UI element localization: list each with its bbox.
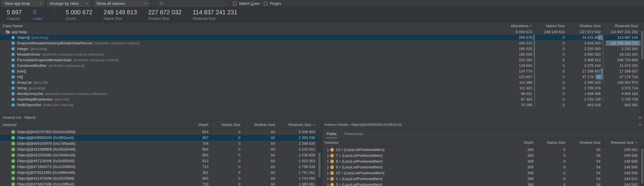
shallow-size-cell: 1 783 376	[567, 85, 603, 91]
expand-chevron-icon[interactable]: ❯	[327, 177, 330, 180]
class-row[interactable]: C ParcelableSnapshotMutableState (androi…	[0, 57, 644, 63]
class-name-cell: C Integer (java.lang)	[0, 46, 503, 52]
heap-scope-dropdown[interactable]: View app heap ▼	[2, 1, 44, 7]
column-native-size[interactable]: Native Size	[211, 120, 243, 129]
instance-row[interactable]: I Object[]@421472696 (0x191f29b8) 863 0 …	[0, 175, 321, 181]
class-icon: C	[11, 47, 15, 51]
match-case-checkbox[interactable]: Match Case	[233, 1, 260, 6]
heap-root-row[interactable]: app heap 5 000 672 248 149 813 227 872 0…	[0, 29, 644, 35]
field-name-cell: ❯ f 10 = {LazyListPositionedItem}	[322, 170, 492, 176]
instance-row[interactable]: I Object[]@422388808 (0x192d2448) 864 0 …	[0, 146, 321, 152]
column-instance[interactable]: Instance	[0, 120, 188, 129]
tab-fields[interactable]: Fields	[326, 132, 337, 138]
shallow-size-cell: 842 016	[567, 102, 603, 108]
column-divider	[536, 138, 536, 186]
column-shallow-size[interactable]: Shallow Size	[568, 138, 603, 147]
class-row[interactable]: C String (java.lang) 111 461 0 1 783 376…	[0, 85, 644, 91]
shallow-size-cell: 54	[568, 164, 603, 170]
tab-references[interactable]: References	[344, 132, 364, 138]
field-row[interactable]: ❯ f 7 = {LazyListPositionedItem} 358 0 5…	[322, 153, 644, 158]
column-native-size[interactable]: Native Size	[536, 138, 568, 147]
field-row[interactable]: ❯ f 13 = {LazyListPositionedItem} 358 0 …	[322, 147, 644, 153]
instance-row[interactable]: I Object[]@475657696 (0x1c59f5e0) 716 0 …	[0, 181, 321, 186]
allocations-cell: 200 210	[503, 40, 535, 46]
field-row[interactable]: ❯ f 9 = {LazyListPositionedItem} 358 0 5…	[322, 164, 644, 170]
class-table-scrollbar[interactable]	[640, 29, 644, 115]
depth-cell: 361	[188, 170, 211, 175]
close-icon[interactable]: ✕	[639, 123, 641, 126]
field-row[interactable]: ❯ f 1 = {LazyListPositionedItem} 358 0 5…	[322, 176, 644, 182]
column-shallow-size[interactable]: Shallow Size	[243, 120, 278, 129]
class-row[interactable]: C HashMap$KeyIterator (java.util) 87 304…	[0, 96, 644, 102]
fields-table-scrollbar[interactable]	[640, 147, 644, 186]
expand-chevron-icon[interactable]: ❯	[327, 160, 330, 163]
instance-row[interactable]: I Object[]@457126496 (0x1b3f3260) 812 0 …	[0, 158, 321, 164]
class-row[interactable]: C SnapshotMutableStateImpl$StateStateRec…	[0, 40, 644, 46]
expand-chevron-icon[interactable]: ❯	[327, 183, 330, 186]
package-name: (androidx.compose.runtime)	[94, 41, 140, 45]
class-row[interactable]: C Ref$ObjectRef (kotlin.jvm.internal) 70…	[0, 102, 644, 108]
chevron-down-icon: ▼	[39, 2, 42, 5]
search-input[interactable]	[166, 1, 224, 6]
class-row[interactable]: C MutableVector (androidx.compose.runtim…	[0, 52, 644, 57]
native-size-cell: 0	[536, 176, 568, 182]
depth-cell: 863	[188, 175, 211, 181]
column-class-name[interactable]: Class Name	[0, 23, 503, 29]
search-icon	[160, 2, 163, 5]
stat-leaks[interactable]: 0Leaks	[33, 9, 43, 21]
field-row[interactable]: ❯ f 3 = {LazyListPositionedItem} 358 0 5…	[322, 182, 644, 186]
retained-size-cell: 9 695 163	[603, 91, 640, 96]
class-row[interactable]: C Object[] (java.lang) 288 678 0 34 231 …	[0, 35, 644, 40]
stat-native-size: 248 149 813Native Size	[104, 9, 137, 21]
class-icon: C	[11, 58, 15, 62]
field-row[interactable]: ❯ f 10 = {LazyListPositionedItem} 358 0 …	[322, 170, 644, 176]
instance-row[interactable]: I Object[]@471894272 (0x1c208900) 710 0 …	[0, 164, 321, 170]
class-icon: C	[11, 41, 15, 45]
instance-row[interactable]: I Object[]@528555200 (0x1f811cc0) 357 0 …	[0, 135, 321, 141]
instance-name-cell: I Object[]@528555200 (0x1f811cc0)	[0, 135, 188, 141]
expand-chevron-icon[interactable]: ❯	[327, 165, 330, 169]
retained-size-cell: 11 472 255	[603, 63, 640, 68]
scrollbar-thumb[interactable]	[641, 31, 644, 60]
instance-row[interactable]: I Object[]@420747352 (0x19141858) 814 0 …	[0, 129, 321, 135]
column-retained-size[interactable]: Retained Size	[603, 23, 640, 29]
class-row[interactable]: C IdentityArraySet (androidx.compose.run…	[0, 91, 644, 96]
class-row[interactable]: C ArrayList (java.util) 114 266 0 2 285 …	[0, 80, 644, 85]
scrollbar-thumb[interactable]	[641, 148, 644, 184]
column-retained-size[interactable]: Retained Size▼	[603, 138, 640, 147]
column-allocations[interactable]: Allocations▼	[503, 23, 535, 29]
native-size-cell: 0	[535, 40, 567, 46]
depth-cell: 358	[492, 147, 536, 153]
class-row[interactable]: C CombinedModifier (androidx.compose.ui)…	[0, 63, 644, 68]
field-row[interactable]: ❯ f 8 = {LazyListPositionedItem} 358 0 5…	[322, 158, 644, 164]
scrollbar-thumb[interactable]	[318, 152, 321, 178]
column-depth[interactable]: Depth	[492, 138, 536, 147]
depth-cell: 814	[188, 129, 211, 135]
instance-row[interactable]: I Object[]@400140976 (0x17d9aab0) 704 0 …	[0, 141, 321, 146]
column-native-size[interactable]: Native Size	[535, 23, 567, 29]
column-instance[interactable]: Instance	[322, 138, 492, 147]
expand-chevron-icon[interactable]: ❯	[327, 148, 330, 151]
native-size-cell: 0	[535, 74, 567, 80]
instance-row[interactable]: I Object[]@378211992 (0x168b0e98) 361 0 …	[0, 170, 321, 175]
close-icon[interactable]: ✕	[639, 116, 641, 120]
instance-row[interactable]: I Object[]@423320680 (0x193b5c68) 865 0 …	[0, 152, 321, 158]
class-filter-dropdown[interactable]: Show all classes ▼	[94, 1, 149, 7]
expand-chevron-icon[interactable]: ❯	[327, 171, 330, 175]
class-row[interactable]: C byte[] 124 779 0 17 268 657 17 268 657	[0, 68, 644, 74]
column-retained-size[interactable]: Retained Size▼	[278, 120, 318, 129]
package-name: (java.util)	[54, 97, 69, 102]
shallow-size-cell: 2 468 512	[567, 57, 603, 63]
regex-checkbox[interactable]: Regex	[264, 1, 281, 6]
class-row[interactable]: C int[] 121 607 0 47 176 716 47 176 716	[0, 74, 644, 80]
column-depth[interactable]: Depth	[188, 120, 211, 129]
instance-list-scrollbar[interactable]	[318, 129, 321, 186]
search-options-caret-icon[interactable]: ▾	[164, 3, 165, 5]
class-row[interactable]: C Integer (java.lang) 185 025 0 2 220 30…	[0, 46, 644, 52]
search-box[interactable]: ▾	[157, 1, 226, 6]
shallow-size-cell: 64	[243, 141, 278, 146]
expand-chevron-icon[interactable]: ❯	[327, 154, 330, 157]
column-shallow-size[interactable]: Shallow Size	[567, 23, 603, 29]
arrange-by-dropdown[interactable]: Arrange by class ▼	[48, 1, 90, 7]
shallow-size-cell: 47 176 716	[567, 74, 603, 80]
